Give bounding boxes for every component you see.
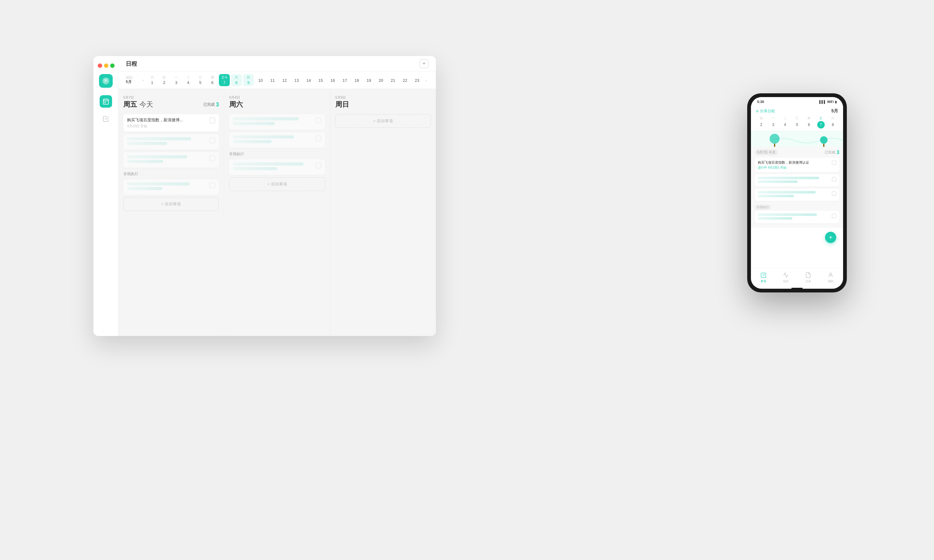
saturday-task-3-checkbox[interactable] xyxy=(316,163,321,168)
activity-tab-icon xyxy=(782,272,789,278)
phone-tab-activity-label: 动态 xyxy=(783,279,789,283)
phone-task-2-checkbox[interactable] xyxy=(832,177,836,182)
minimize-button[interactable] xyxy=(104,63,108,68)
friday-task-4-checkbox[interactable] xyxy=(210,183,215,188)
cal-day-10[interactable]: 10 xyxy=(255,76,266,84)
phone-cal-day-sat[interactable]: 六 8 xyxy=(828,116,837,128)
friday-task-3-checkbox[interactable] xyxy=(210,155,215,161)
phone-tab-activity[interactable]: 动态 xyxy=(780,272,792,283)
cal-day-19[interactable]: 19 xyxy=(363,76,374,84)
cal-day-22[interactable]: 22 xyxy=(399,76,410,84)
add-event-button[interactable]: + xyxy=(420,59,428,68)
phone-task-2[interactable] xyxy=(755,174,839,187)
placeholder-line xyxy=(758,217,792,220)
placeholder-line xyxy=(758,177,819,179)
phone-body: 5月7日 今天 已完成: 3 购买飞项百度指数，新浪微博认证 进行中 4月29日… xyxy=(751,147,843,228)
cal-day-5[interactable]: 三5 xyxy=(195,74,206,86)
phone-tab-profile[interactable]: 我的 xyxy=(825,272,837,283)
friday-column: 5月7日 周五 今天 已完成 3 购买飞项百度 xyxy=(118,89,224,336)
placeholder-line xyxy=(233,122,274,125)
home-indicator xyxy=(791,288,803,289)
phone-cal-day-sun[interactable]: 日 2 xyxy=(757,116,766,128)
phone-status-bar: 5:30 ▌▌▌ WiFi ▮ xyxy=(751,97,843,106)
saturday-name: 周六 xyxy=(229,100,325,109)
phone-time: 5:30 xyxy=(757,100,764,104)
year-month: 2021 5月 xyxy=(126,76,137,85)
cal-day-6[interactable]: 四6 xyxy=(207,74,218,86)
placeholder-line xyxy=(127,187,162,190)
phone-task-4-checkbox[interactable] xyxy=(832,214,836,218)
saturday-task-2[interactable] xyxy=(229,132,325,148)
phone-cal-day-mon[interactable]: 一 3 xyxy=(768,116,778,128)
wifi-icon: WiFi xyxy=(827,100,834,104)
app-title: 日程 xyxy=(126,60,137,68)
record-tab-icon xyxy=(805,272,812,278)
cal-day-11[interactable]: 11 xyxy=(267,76,278,84)
phone-tab-record[interactable]: 记录 xyxy=(802,272,814,283)
sidebar-item-calendar[interactable] xyxy=(100,95,112,108)
cal-day-21[interactable]: 21 xyxy=(388,76,399,84)
friday-add-button[interactable]: + 添加事项 xyxy=(123,197,219,211)
cal-day-2[interactable]: 日2 xyxy=(159,74,170,86)
cal-day-1[interactable]: 六1 xyxy=(146,74,157,86)
saturday-task-1[interactable] xyxy=(229,114,325,130)
next-nav[interactable]: › xyxy=(424,78,428,83)
friday-task-2[interactable] xyxy=(123,134,219,150)
cal-day-7-today[interactable]: 五今7 xyxy=(219,74,230,86)
phone-cal-day-tue[interactable]: 二 4 xyxy=(780,116,790,128)
mobile-phone: 5:30 ▌▌▌ WiFi ▮ ⊕ 分享日程 5月 日 2 xyxy=(747,93,847,292)
saturday-add-button[interactable]: + 添加事项 xyxy=(229,177,325,191)
cal-day-23[interactable]: 23 xyxy=(412,76,422,84)
share-label[interactable]: ⊕ 分享日程 xyxy=(756,109,775,114)
phone-task-1[interactable]: 购买飞项百度指数，新浪微博认证 进行中 4月29日 开始 xyxy=(755,158,839,172)
saturday-task-1-checkbox[interactable] xyxy=(316,118,321,123)
desktop-app: P xyxy=(93,56,436,336)
maximize-button[interactable] xyxy=(110,63,114,68)
phone-task-1-checkbox[interactable] xyxy=(832,160,836,165)
prev-nav[interactable]: ‹ xyxy=(141,78,145,83)
saturday-task-2-checkbox[interactable] xyxy=(316,135,321,141)
cal-day-17[interactable]: 17 xyxy=(339,76,350,84)
phone-task-3[interactable] xyxy=(755,189,839,201)
phone-task-3-checkbox[interactable] xyxy=(832,191,836,196)
cal-day-4[interactable]: 二4 xyxy=(183,74,194,86)
phone-tab-tasks-label: 事项 xyxy=(761,279,766,283)
cal-day-18[interactable]: 18 xyxy=(351,76,362,84)
phone-header: ⊕ 分享日程 5月 日 2 一 3 二 4 xyxy=(751,106,843,131)
sunday-add-button[interactable]: + 添加事项 xyxy=(335,114,431,128)
saturday-task-3[interactable] xyxy=(229,159,325,175)
cal-day-14[interactable]: 14 xyxy=(303,76,314,84)
friday-task-1-checkbox[interactable] xyxy=(210,118,215,123)
close-button[interactable] xyxy=(98,63,102,68)
placeholder-line xyxy=(233,162,303,166)
friday-task-1-content: 购买飞项百度指数，新浪微博... 4月23日 开始 xyxy=(127,117,207,128)
friday-task-1[interactable]: 购买飞项百度指数，新浪微博... 4月23日 开始 xyxy=(123,114,219,132)
phone-task-4[interactable] xyxy=(755,211,839,223)
cal-day-20[interactable]: 20 xyxy=(376,76,386,84)
placeholder-line xyxy=(127,160,163,163)
phone-section-label: 非我执行 xyxy=(755,205,771,210)
avatar[interactable]: P xyxy=(99,74,113,88)
sidebar: P xyxy=(93,56,118,336)
cal-day-8[interactable]: 六8 xyxy=(231,74,242,86)
phone-tab-tasks[interactable]: 事项 xyxy=(757,272,769,283)
phone-cal-day-thu[interactable]: 四 6 xyxy=(804,116,814,128)
cal-day-15[interactable]: 15 xyxy=(315,76,326,84)
sidebar-item-tasks[interactable] xyxy=(100,112,112,125)
phone-fab-add[interactable]: + xyxy=(825,232,836,243)
phone-cal-day-wed[interactable]: 三 5 xyxy=(792,116,802,128)
placeholder-line xyxy=(233,140,271,143)
phone-cal-day-fri-selected[interactable]: 五 7 xyxy=(816,116,826,128)
cal-day-9[interactable]: 日9 xyxy=(243,74,254,86)
phone-task-1-title: 购买飞项百度指数，新浪微博认证 xyxy=(758,160,830,165)
placeholder-line xyxy=(127,142,167,145)
phone-tab-profile-label: 我的 xyxy=(828,279,834,283)
friday-task-4[interactable] xyxy=(123,179,219,195)
friday-task-3[interactable] xyxy=(123,152,219,168)
placeholder-line xyxy=(758,214,817,216)
cal-day-3[interactable]: 一3 xyxy=(171,74,182,86)
cal-day-16[interactable]: 16 xyxy=(327,76,338,84)
friday-task-2-checkbox[interactable] xyxy=(210,137,215,143)
cal-day-13[interactable]: 13 xyxy=(291,76,302,84)
cal-day-12[interactable]: 12 xyxy=(279,76,290,84)
